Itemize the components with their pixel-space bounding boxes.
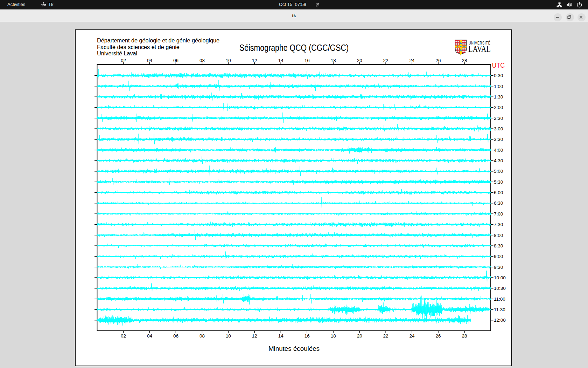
svg-text:1:30: 1:30 <box>494 94 503 100</box>
svg-text:12: 12 <box>252 58 257 63</box>
svg-text:10: 10 <box>226 333 231 339</box>
svg-text:02: 02 <box>121 333 126 339</box>
svg-text:20: 20 <box>357 58 362 63</box>
svg-text:5:30: 5:30 <box>494 179 503 185</box>
svg-text:3:30: 3:30 <box>494 137 503 142</box>
svg-text:26: 26 <box>436 58 441 63</box>
svg-text:06: 06 <box>173 58 178 63</box>
svg-text:24: 24 <box>410 333 415 339</box>
svg-text:10: 10 <box>226 58 231 63</box>
svg-text:11:30: 11:30 <box>494 307 505 312</box>
svg-text:9:30: 9:30 <box>494 265 503 270</box>
svg-text:04: 04 <box>147 58 153 63</box>
svg-text:10:00: 10:00 <box>494 275 506 280</box>
svg-text:04: 04 <box>147 333 153 339</box>
svg-text:4:00: 4:00 <box>494 148 503 153</box>
svg-text:Faculté des sciences et de gén: Faculté des sciences et de génie <box>97 44 180 50</box>
svg-text:08: 08 <box>200 58 205 63</box>
svg-text:6:00: 6:00 <box>494 190 503 195</box>
svg-text:8:30: 8:30 <box>494 243 503 248</box>
svg-text:Séismographe QCQ (CGC/GSC): Séismographe QCQ (CGC/GSC) <box>239 43 349 53</box>
svg-text:12: 12 <box>252 333 257 339</box>
svg-text:24: 24 <box>410 58 415 63</box>
svg-text:16: 16 <box>304 333 310 339</box>
svg-text:7:00: 7:00 <box>494 211 503 217</box>
svg-text:02: 02 <box>121 58 126 63</box>
svg-text:20: 20 <box>357 333 362 339</box>
svg-text:4:30: 4:30 <box>494 158 503 163</box>
svg-text:9:00: 9:00 <box>494 254 503 259</box>
svg-text:3:00: 3:00 <box>494 126 503 131</box>
svg-text:10:30: 10:30 <box>494 286 506 291</box>
svg-text:16: 16 <box>304 58 310 63</box>
svg-text:18: 18 <box>331 333 336 339</box>
svg-text:8:00: 8:00 <box>494 233 503 238</box>
svg-text:Université Laval: Université Laval <box>97 50 137 56</box>
svg-text:6:30: 6:30 <box>494 200 503 206</box>
svg-text:14: 14 <box>278 333 284 339</box>
svg-text:28: 28 <box>462 333 467 339</box>
svg-text:LAVAL: LAVAL <box>468 44 491 54</box>
svg-text:12:00: 12:00 <box>494 318 506 323</box>
svg-text:Département de géologie et de: Département de géologie et de génie géol… <box>97 37 219 43</box>
svg-text:22: 22 <box>383 58 388 63</box>
svg-text:1:00: 1:00 <box>494 84 503 89</box>
svg-text:06: 06 <box>173 333 178 339</box>
svg-text:18: 18 <box>331 58 336 63</box>
svg-text:14: 14 <box>278 58 284 63</box>
svg-text:11:00: 11:00 <box>494 297 505 302</box>
svg-text:22: 22 <box>383 333 388 339</box>
svg-text:26: 26 <box>436 333 441 339</box>
svg-text:08: 08 <box>200 333 205 339</box>
svg-text:2:00: 2:00 <box>494 105 503 110</box>
svg-text:UTC: UTC <box>492 61 505 69</box>
svg-text:7:30: 7:30 <box>494 222 503 227</box>
svg-text:2:30: 2:30 <box>494 116 503 121</box>
svg-text:28: 28 <box>462 58 467 63</box>
svg-text:0:30: 0:30 <box>494 73 503 78</box>
svg-text:5:00: 5:00 <box>494 169 503 174</box>
svg-text:Minutes écoulées: Minutes écoulées <box>268 345 320 352</box>
